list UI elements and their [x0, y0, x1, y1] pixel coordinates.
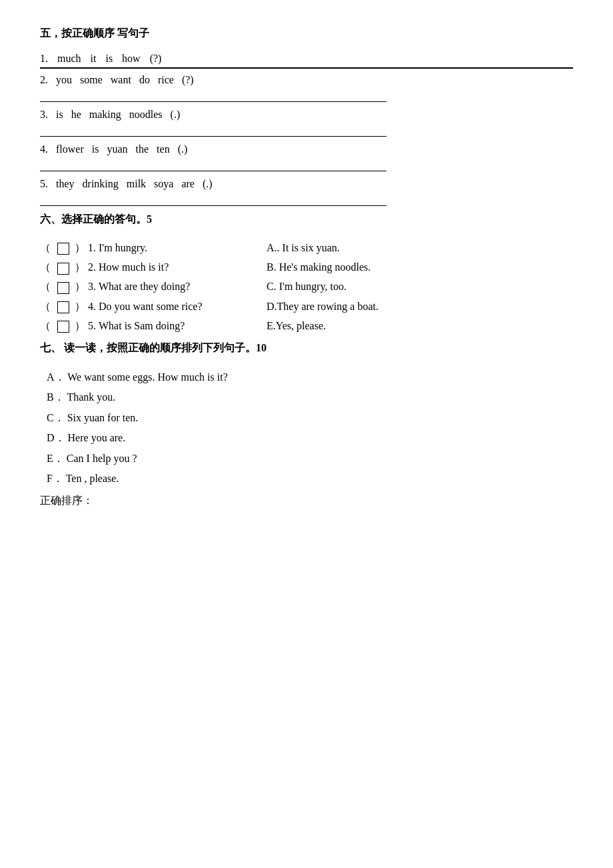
- q1-word1: much: [57, 53, 81, 65]
- q4-word4: the: [136, 143, 149, 155]
- question-1-block: 1. much it is how (?): [40, 53, 573, 69]
- question-5-line: 5. they drinking milk soya are (.): [40, 178, 573, 190]
- paren-close-3: ）: [75, 281, 85, 292]
- matching-left-3: （ ） 3. What are they doing?: [40, 277, 267, 295]
- q4-word1: flower: [56, 143, 84, 155]
- question-2-line: 2. you some want do rice (?): [40, 74, 573, 86]
- q5-word1: they: [56, 178, 75, 190]
- q5-word5: are: [181, 178, 195, 190]
- q2-word4: do: [139, 74, 150, 86]
- q1-answer-thick-line: [40, 67, 573, 69]
- item-label-f: F．: [47, 473, 63, 484]
- q4-word5: ten: [157, 143, 170, 155]
- section-five: 五，按正确顺序 写句子 1. much it is how (?) 2. you…: [40, 27, 573, 206]
- section-six-title: 六、选择正确的答句。5: [40, 213, 573, 227]
- section-five-title: 五，按正确顺序 写句子: [40, 27, 573, 41]
- matching-row-2: （ ） 2. How much is it? B. He's making no…: [40, 258, 573, 276]
- answer-label-d: D.They are rowing a boat.: [267, 301, 378, 312]
- item-text-b: Thank you.: [67, 391, 115, 403]
- paren-open-3: （: [40, 281, 51, 292]
- item-text-a: We want some eggs. How much is it?: [67, 371, 227, 383]
- matching-row-5: （ ） 5. What is Sam doing? E.Yes, please.: [40, 317, 573, 335]
- reading-item-a: A． We want some eggs. How much is it?: [47, 367, 573, 387]
- matching-right-4: D.They are rowing a boat.: [267, 297, 573, 315]
- correct-order-label: 正确排序：: [40, 495, 93, 506]
- matching-row-3: （ ） 3. What are they doing? C. I'm hungr…: [40, 277, 573, 295]
- matching-right-5: E.Yes, please.: [267, 317, 573, 335]
- q3-number: 3.: [40, 109, 48, 121]
- reading-item-f: F． Ten , please.: [47, 469, 573, 489]
- matching-container: （ ） 1. I'm hungry. A.. It is six yuan. （…: [40, 239, 573, 335]
- item-text-e: Can I help you ?: [67, 453, 137, 464]
- question-1-line: 1. much it is how (?): [40, 53, 573, 65]
- matching-left-2: （ ） 2. How much is it?: [40, 258, 267, 276]
- answer-box-3[interactable]: [57, 282, 69, 294]
- answer-label-a: A.. It is six yuan.: [267, 242, 340, 253]
- matching-right-2: B. He's making noodles.: [267, 258, 573, 276]
- matching-left-4: （ ） 4. Do you want some rice?: [40, 297, 267, 315]
- paren-close-4: ）: [75, 301, 85, 312]
- reading-item-e: E． Can I help you ?: [47, 449, 573, 469]
- answer-label-b: B. He's making noodles.: [267, 261, 370, 273]
- answer-box-2[interactable]: [57, 263, 69, 275]
- q6-num-5: 5. What is Sam doing?: [88, 320, 185, 331]
- matching-left-1: （ ） 1. I'm hungry.: [40, 239, 267, 257]
- q3-word3: making: [89, 109, 121, 121]
- q3-word1: is: [56, 109, 63, 121]
- q1-word3: is: [105, 53, 113, 65]
- q6-num-3: 3. What are they doing?: [88, 281, 190, 292]
- matching-row-4: （ ） 4. Do you want some rice? D.They are…: [40, 297, 573, 315]
- matching-right-3: C. I'm hungry, too.: [267, 277, 573, 295]
- answer-label-c: C. I'm hungry, too.: [267, 281, 346, 292]
- q2-word1: you: [56, 74, 72, 86]
- q6-num-2: 2. How much is it?: [88, 261, 169, 273]
- q5-word3: milk: [127, 178, 146, 190]
- item-label-c: C．: [47, 412, 65, 423]
- q2-word6: (?): [182, 74, 194, 86]
- q5-word6: (.): [203, 178, 213, 190]
- q4-number: 4.: [40, 143, 48, 155]
- q1-word4: how: [122, 53, 141, 65]
- answer-label-e: E.Yes, please.: [267, 320, 326, 331]
- q3-word5: (.): [171, 109, 181, 121]
- item-label-e: E．: [47, 453, 64, 464]
- reading-item-d: D． Here you are.: [47, 428, 573, 448]
- question-4-block: 4. flower is yuan the ten (.): [40, 143, 573, 171]
- q5-word2: drinking: [83, 178, 119, 190]
- answer-box-1[interactable]: [57, 243, 69, 255]
- q2-number: 2.: [40, 74, 48, 86]
- q3-answer-line: [40, 123, 386, 137]
- q1-number: 1.: [40, 53, 48, 65]
- q4-word6: (.): [178, 143, 188, 155]
- paren-close-5: ）: [75, 320, 85, 331]
- q2-answer-line: [40, 89, 386, 102]
- q3-word4: noodles: [129, 109, 163, 121]
- item-text-f: Ten , please.: [66, 473, 119, 484]
- q4-word2: is: [92, 143, 99, 155]
- paren-open-1: （: [40, 242, 51, 253]
- paren-close-2: ）: [75, 261, 85, 273]
- item-label-b: B．: [47, 391, 65, 403]
- q5-number: 5.: [40, 178, 48, 190]
- paren-close-1: ）: [75, 242, 85, 253]
- q1-word5: (?): [150, 53, 162, 65]
- item-text-d: Here you are.: [68, 432, 126, 443]
- item-text-c: Six yuan for ten.: [67, 412, 139, 423]
- q5-answer-line: [40, 193, 386, 206]
- paren-open-2: （: [40, 261, 51, 273]
- matching-row-1: （ ） 1. I'm hungry. A.. It is six yuan.: [40, 239, 573, 257]
- q6-num-1: 1. I'm hungry.: [88, 242, 147, 253]
- q1-word2: it: [91, 53, 97, 65]
- q6-num-4: 4. Do you want some rice?: [88, 301, 203, 312]
- paren-open-5: （: [40, 320, 51, 331]
- answer-box-4[interactable]: [57, 301, 69, 313]
- q4-answer-line: [40, 158, 386, 171]
- answer-box-5[interactable]: [57, 321, 69, 333]
- q5-word4: soya: [154, 178, 173, 190]
- question-3-line: 3. is he making noodles (.): [40, 109, 573, 121]
- q4-word3: yuan: [107, 143, 127, 155]
- matching-left-5: （ ） 5. What is Sam doing?: [40, 317, 267, 335]
- correct-order-line: 正确排序：: [40, 494, 573, 508]
- q2-word3: want: [111, 74, 131, 86]
- reading-list: A． We want some eggs. How much is it? B．…: [47, 367, 573, 489]
